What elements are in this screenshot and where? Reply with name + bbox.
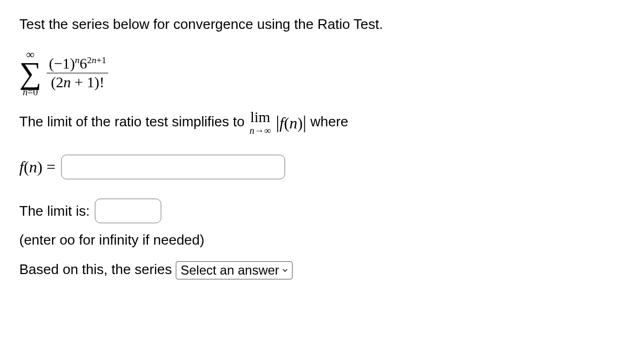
fn-input[interactable]	[61, 155, 285, 179]
conclusion-before: Based on this, the series	[19, 261, 172, 277]
ratio-sentence: The limit of the ratio test simplifies t…	[19, 110, 624, 135]
series-fraction: (−1)n62n+1 (2n + 1)!	[47, 55, 108, 91]
conclusion-select[interactable]: Select an answer	[176, 261, 293, 279]
limit-input[interactable]	[95, 199, 161, 223]
limit-operator: lim n→∞	[250, 110, 271, 135]
sum-lower-bound: n=0	[23, 87, 38, 97]
series-denominator: (2n + 1)!	[49, 73, 107, 92]
limit-label: The limit is:	[19, 203, 89, 219]
sigma-symbol: ∑	[19, 59, 41, 87]
series-expression: ∞ ∑ n=0 (−1)n62n+1 (2n + 1)!	[19, 49, 108, 97]
conclusion-select-label: Select an answer	[181, 263, 279, 278]
series-numerator: (−1)n62n+1	[47, 55, 108, 73]
chevron-down-icon	[282, 268, 288, 273]
fn-label: f(n) =	[19, 158, 56, 176]
intro-text: Test the series below for convergence us…	[19, 16, 624, 33]
limit-hint: (enter oo for infinity if needed)	[19, 232, 624, 248]
sigma-stack: ∞ ∑ n=0	[19, 49, 41, 97]
